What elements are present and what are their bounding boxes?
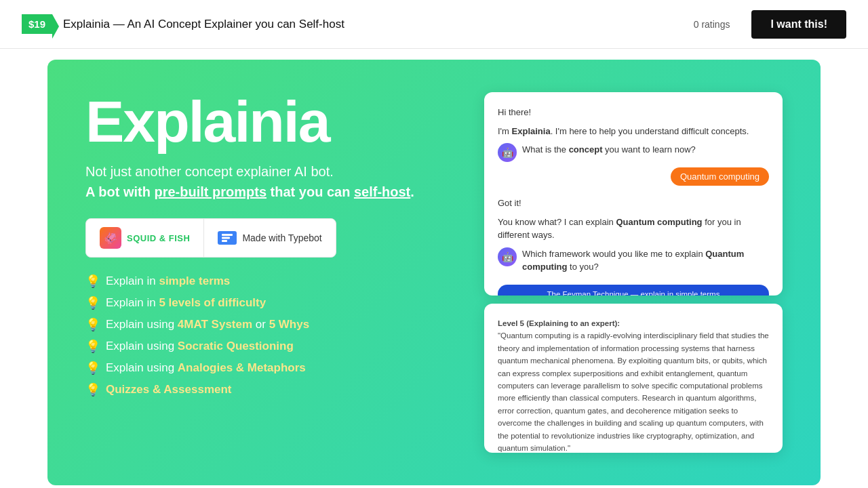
header: $19 Explainia — An AI Concept Explainer … xyxy=(0,0,868,49)
chat-greeting: Hi there! xyxy=(498,106,769,119)
chat-panel-top: Hi there! I'm Explainia. I'm here to hel… xyxy=(484,92,783,296)
chat-avatar-1: 🤖 xyxy=(498,143,517,162)
hero-left: Explainia Not just another concept expla… xyxy=(85,92,452,453)
feature-2-highlight: 5 levels of difficulty xyxy=(159,296,266,309)
typebot-label: Made with Typebot xyxy=(242,232,321,243)
option-feynman[interactable]: The Feyman Technique — explain in simple… xyxy=(498,285,769,296)
feature-1: 💡 Explain in simple terms xyxy=(85,274,452,289)
squid-icon: 🦑 xyxy=(100,227,121,249)
hero-section: Explainia Not just another concept expla… xyxy=(47,60,821,485)
badge-typebot: Made with Typebot xyxy=(204,223,335,253)
feature-3: 💡 Explain using 4MAT System or 5 Whys xyxy=(85,317,452,332)
bulb-icon-1: 💡 xyxy=(85,274,100,289)
badge-squid: 🦑 SQUID & FISH xyxy=(86,219,204,257)
chat-framework-q: Which framework would you like me to exp… xyxy=(522,247,769,274)
hero-title: Explainia xyxy=(85,92,452,150)
link-selfhost[interactable]: self-host xyxy=(354,184,410,199)
svg-rect-0 xyxy=(222,234,233,236)
svg-rect-1 xyxy=(222,237,230,239)
chat-avatar-2: 🤖 xyxy=(498,247,517,266)
bulb-icon-2: 💡 xyxy=(85,296,100,310)
features-list: 💡 Explain in simple terms 💡 Explain in 5… xyxy=(85,274,452,397)
bulb-icon-4: 💡 xyxy=(85,339,100,354)
chat-row-framework: 🤖 Which framework would you like me to e… xyxy=(498,247,769,279)
subtitle-plain: Not just another concept explainer AI bo… xyxy=(85,164,334,179)
feature-3-highlight2: 5 Whys xyxy=(269,318,310,331)
svg-rect-2 xyxy=(222,240,227,242)
ratings-text: 0 ratings xyxy=(694,19,730,30)
cta-button[interactable]: I want this! xyxy=(751,10,846,39)
feature-3-highlight1: 4MAT System xyxy=(178,318,252,331)
level-label: Level 5 (Explaining to an expert): "Quan… xyxy=(498,317,769,453)
price-tag[interactable]: $19 xyxy=(22,14,52,34)
subtitle-bold: A bot with pre-built prompts that you ca… xyxy=(85,184,414,199)
feature-5: 💡 Explain using Analogies & Metaphors xyxy=(85,361,452,375)
chat-row-question: 🤖 What is the concept you want to learn … xyxy=(498,143,769,162)
bulb-icon-3: 💡 xyxy=(85,317,100,332)
hero-right: Hi there! I'm Explainia. I'm here to hel… xyxy=(484,92,783,453)
hero-subtitle: Not just another concept explainer AI bo… xyxy=(85,161,452,202)
user-bubble: Quantum computing xyxy=(671,167,769,186)
feature-6-highlight: Quizzes & Assessment xyxy=(106,383,232,396)
header-title: Explainia — An AI Concept Explainer you … xyxy=(63,18,683,31)
feature-1-highlight: simple terms xyxy=(159,274,230,287)
chat-panel-bottom: Level 5 (Explaining to an expert): "Quan… xyxy=(484,304,783,453)
feature-4: 💡 Explain using Socratic Questioning xyxy=(85,339,452,354)
chat-gotit: Got it! xyxy=(498,197,769,210)
chat-intro: I'm Explainia. I'm here to help you unde… xyxy=(498,125,769,138)
squid-label: SQUID & FISH xyxy=(127,233,190,243)
feature-6: 💡 Quizzes & Assessment xyxy=(85,382,452,397)
feature-4-highlight: Socratic Questioning xyxy=(178,340,294,352)
typebot-icon xyxy=(218,231,237,245)
bulb-icon-5: 💡 xyxy=(85,361,100,375)
price-label: $19 xyxy=(28,18,45,30)
feature-5-highlight: Analogies & Metaphors xyxy=(178,361,306,374)
badge-row: 🦑 SQUID & FISH Made with Typebot xyxy=(85,218,336,258)
feature-2: 💡 Explain in 5 levels of difficulty xyxy=(85,296,452,310)
bulb-icon-6: 💡 xyxy=(85,382,100,397)
link-prompts[interactable]: pre-built prompts xyxy=(154,184,267,199)
chat-options: The Feyman Technique — explain in simple… xyxy=(498,285,769,296)
chat-followup: You know what? I can explain Quantum com… xyxy=(498,216,769,242)
chat-question: What is the concept you want to learn no… xyxy=(522,143,696,157)
